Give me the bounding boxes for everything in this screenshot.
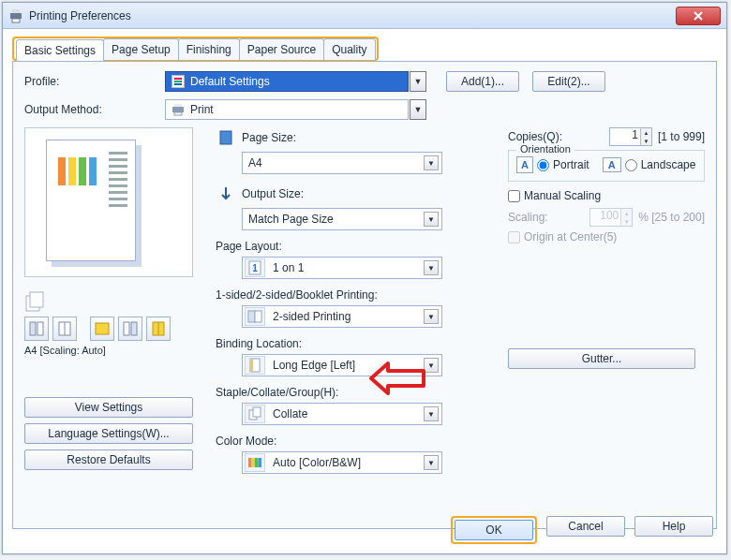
page-layout-label: Page Layout: — [216, 240, 508, 253]
orientation-landscape[interactable]: A Landscape — [603, 157, 696, 172]
preview-toolbar — [24, 317, 206, 341]
layout-tool-1[interactable] — [24, 317, 49, 341]
svg-rect-24 — [248, 311, 255, 322]
color-mode-dropdown[interactable]: Auto [Color/B&W] ▼ — [242, 451, 442, 474]
layout-tool-2[interactable] — [52, 317, 77, 341]
output-method-value: Print — [190, 103, 214, 116]
ok-highlight-annotation: OK — [451, 516, 537, 544]
gutter-button[interactable]: Gutter... — [508, 348, 695, 369]
tab-paper-source[interactable]: Paper Source — [239, 38, 324, 60]
portrait-icon: A — [516, 156, 533, 173]
language-settings-button[interactable]: Language Settings(W)... — [24, 423, 193, 444]
chevron-down-icon[interactable]: ▼ — [424, 455, 439, 470]
svg-rect-29 — [253, 407, 261, 417]
close-button[interactable] — [676, 7, 721, 25]
chevron-down-icon[interactable]: ▼ — [410, 99, 426, 120]
profile-dropdown[interactable]: Default Settings ▼ — [165, 71, 409, 92]
profile-add-button[interactable]: Add(1)... — [446, 71, 519, 92]
svg-text:1: 1 — [252, 263, 258, 273]
chevron-down-icon[interactable]: ▼ — [424, 309, 439, 324]
binding-label: Binding Location: — [216, 337, 508, 350]
tab-finishing[interactable]: Finishing — [178, 38, 240, 60]
tab-quality[interactable]: Quality — [323, 38, 375, 60]
spin-down-icon[interactable]: ▼ — [641, 137, 651, 145]
ok-button[interactable]: OK — [455, 520, 533, 540]
layout-tool-3[interactable] — [90, 317, 114, 341]
svg-rect-1 — [12, 9, 20, 13]
copies-label: Copies(Q): — [508, 130, 562, 143]
page-size-label: Page Size: — [242, 131, 401, 144]
svg-rect-6 — [174, 83, 182, 85]
svg-rect-9 — [174, 112, 182, 115]
svg-rect-21 — [220, 131, 231, 144]
svg-rect-13 — [37, 322, 43, 335]
svg-rect-17 — [124, 322, 129, 335]
tabs-highlight-annotation: Basic SettingsPage SetupFinishingPaper S… — [12, 37, 379, 61]
svg-rect-18 — [131, 322, 137, 335]
staple-dropdown[interactable]: Collate ▼ — [242, 403, 442, 425]
color-mode-label: Color Mode: — [216, 435, 508, 448]
two-sided-icon — [245, 307, 265, 326]
layout-tool-5[interactable] — [146, 317, 171, 341]
tab-page-setup[interactable]: Page Setup — [103, 38, 179, 60]
profile-label: Profile: — [24, 75, 165, 88]
output-size-dropdown[interactable]: Match Page Size ▼ — [242, 208, 442, 230]
page-preview — [24, 127, 193, 277]
duplex-dropdown[interactable]: 2-sided Printing ▼ — [242, 305, 442, 328]
pages-stack-icon — [24, 290, 51, 313]
scaling-spinner: 100 ▲▼ — [589, 208, 633, 227]
svg-rect-0 — [10, 13, 22, 19]
svg-rect-25 — [255, 311, 261, 322]
orientation-label: Orientation — [516, 143, 574, 155]
chevron-down-icon[interactable]: ▼ — [410, 71, 426, 92]
cancel-button[interactable]: Cancel — [546, 516, 625, 537]
page-size-dropdown[interactable]: A4 ▼ — [242, 152, 442, 174]
output-method-dropdown[interactable]: Print ▼ — [165, 99, 409, 120]
print-icon — [172, 103, 185, 116]
orientation-portrait[interactable]: A Portrait — [516, 156, 589, 173]
right-settings-column: Copies(Q): 1 ▲▼ [1 to 999] Orientation — [508, 127, 705, 369]
staple-label: Staple/Collate/Group(H): — [216, 386, 508, 399]
help-button[interactable]: Help — [634, 516, 713, 537]
svg-rect-12 — [30, 322, 36, 335]
svg-rect-5 — [174, 81, 182, 82]
page-size-icon — [216, 127, 236, 148]
output-size-icon — [216, 184, 236, 204]
printing-preferences-window: Printing Preferences Basic SettingsPage … — [2, 2, 727, 554]
svg-rect-32 — [255, 458, 259, 467]
scaling-label: Scaling: — [508, 211, 548, 224]
settings-column: Page Size: A4 ▼ Output Size: Match Page … — [216, 127, 705, 483]
copies-spinner[interactable]: 1 ▲▼ — [609, 127, 652, 146]
printer-icon — [8, 8, 23, 23]
basic-settings-panel: Profile: Default Settings ▼ Add(1)... Ed… — [12, 61, 717, 529]
chevron-down-icon[interactable]: ▼ — [424, 260, 439, 275]
manual-scaling-checkbox[interactable]: Manual Scaling — [508, 189, 705, 202]
one-on-one-icon: 1 — [245, 258, 265, 277]
output-size-label: Output Size: — [242, 187, 401, 200]
svg-rect-16 — [96, 323, 109, 334]
view-settings-button[interactable]: View Settings — [24, 397, 193, 418]
duplex-label: 1-sided/2-sided/Booklet Printing: — [216, 288, 508, 302]
red-arrow-annotation — [369, 361, 425, 395]
scaling-range: % [25 to 200] — [638, 211, 705, 224]
restore-defaults-button[interactable]: Restore Defaults — [24, 449, 193, 470]
tab-basic-settings[interactable]: Basic Settings — [16, 39, 104, 61]
spin-up-icon[interactable]: ▲ — [641, 128, 651, 137]
svg-rect-4 — [174, 78, 182, 80]
chevron-down-icon[interactable]: ▼ — [424, 358, 439, 373]
layout-tool-4[interactable] — [118, 317, 142, 341]
orientation-group: Orientation A Portrait A — [508, 150, 705, 182]
chevron-down-icon[interactable]: ▼ — [424, 406, 439, 421]
profile-edit-button[interactable]: Edit(2)... — [532, 71, 605, 92]
chevron-down-icon[interactable]: ▼ — [424, 212, 439, 227]
preview-caption: A4 [Scaling: Auto] — [24, 345, 206, 356]
page-layout-dropdown[interactable]: 1 1 on 1 ▼ — [242, 257, 442, 279]
output-method-label: Output Method: — [24, 103, 165, 116]
titlebar: Printing Preferences — [3, 3, 726, 29]
color-icon — [245, 453, 265, 472]
collate-icon — [245, 405, 265, 423]
profile-icon — [172, 75, 185, 88]
chevron-down-icon[interactable]: ▼ — [424, 155, 439, 170]
svg-rect-31 — [252, 458, 256, 467]
origin-center-checkbox: Origin at Center(5) — [508, 230, 705, 243]
